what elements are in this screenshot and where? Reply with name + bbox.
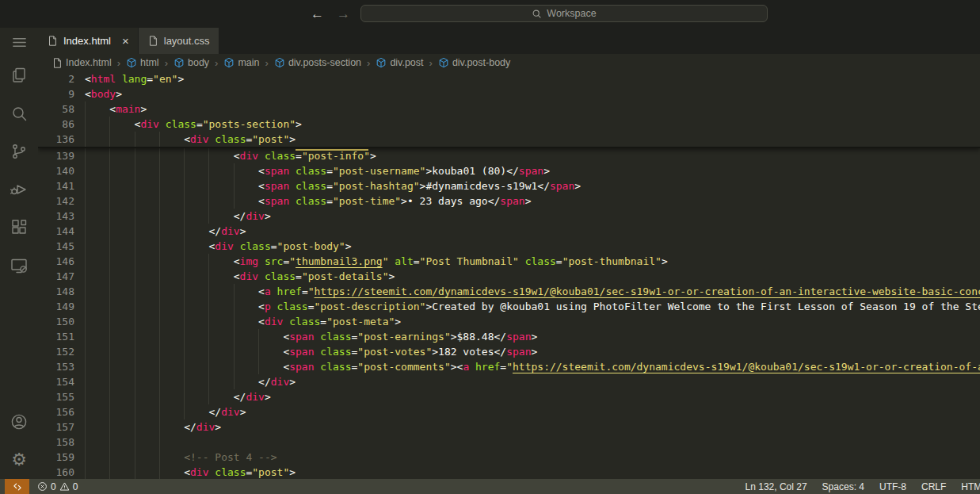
code-line[interactable]: 159<!-- Post 4 -->: [38, 450, 980, 465]
code-line[interactable]: 147<div class="post-details">: [38, 269, 980, 284]
sticky-line[interactable]: 136<div class="post">: [38, 132, 980, 147]
line-number[interactable]: 149: [38, 299, 74, 314]
indent-guide: [184, 284, 208, 299]
breadcrumb-symbol-div-posts-section[interactable]: div.posts-section: [274, 57, 361, 68]
forward-arrow-icon[interactable]: →: [337, 6, 350, 22]
indent-guide: [85, 254, 109, 269]
run-and-debug-icon[interactable]: [0, 170, 38, 209]
indent-guide: [135, 299, 159, 314]
code-line[interactable]: 148<a href="https://steemit.com/dynamicd…: [38, 284, 980, 299]
line-number[interactable]: 160: [38, 465, 74, 479]
line-number[interactable]: 58: [38, 101, 74, 117]
breadcrumb-symbol-html[interactable]: html: [126, 57, 159, 68]
line-number[interactable]: 159: [38, 450, 74, 465]
line-number[interactable]: 152: [38, 344, 74, 359]
menu-icon[interactable]: [0, 28, 38, 56]
line-number[interactable]: 142: [38, 193, 74, 209]
code-line[interactable]: 150<div class="post-meta">: [38, 314, 980, 329]
line-number[interactable]: 145: [38, 239, 74, 254]
line-number[interactable]: 141: [38, 178, 74, 193]
line-number[interactable]: 147: [38, 269, 74, 284]
command-center-search[interactable]: Workspace: [360, 5, 768, 22]
indent-guide: [109, 148, 134, 163]
code-line[interactable]: 151<span class="post-earnings">$88.48</s…: [38, 329, 980, 344]
code-line[interactable]: 139<div class="post-info">: [38, 148, 980, 163]
indent-guide: [135, 314, 159, 329]
back-arrow-icon[interactable]: ←: [311, 6, 324, 22]
code-line[interactable]: 160<div class="post">: [38, 465, 980, 479]
line-number[interactable]: 153: [38, 359, 74, 374]
line-number[interactable]: 154: [38, 374, 74, 389]
tab-layout-css[interactable]: layout.css: [139, 28, 219, 54]
code-line[interactable]: 156</div>: [38, 404, 980, 419]
indent-guide: [234, 299, 258, 314]
language-mode[interactable]: HTML: [961, 481, 980, 492]
indent-guide: [184, 374, 208, 389]
code-line[interactable]: 157</div>: [38, 419, 980, 435]
source-control-icon[interactable]: [0, 132, 38, 170]
indent-guide: [135, 178, 159, 193]
indent-guide: [184, 148, 208, 163]
line-number[interactable]: 86: [38, 117, 74, 132]
indent-guide: [159, 209, 184, 224]
code-line[interactable]: 149<p class="post-description">Created b…: [38, 299, 980, 314]
sticky-line[interactable]: 2<html lang="en">: [38, 71, 980, 86]
indent-guide: [135, 389, 159, 404]
code-line[interactable]: 142<span class="post-time">• 23 days ago…: [38, 193, 980, 209]
remote-indicator[interactable]: [5, 479, 29, 494]
code-line[interactable]: 140<span class="post-username">kouba01 (…: [38, 163, 980, 178]
line-number[interactable]: 156: [38, 404, 74, 419]
line-number[interactable]: 155: [38, 389, 74, 404]
line-number[interactable]: 9: [38, 86, 74, 101]
error-icon: [37, 481, 48, 492]
breadcrumb-symbol-div-post-body[interactable]: div.post-body: [438, 57, 510, 68]
sticky-line[interactable]: 58<main>: [38, 101, 980, 117]
sticky-line[interactable]: 86<div class="posts-section">: [38, 117, 980, 132]
breadcrumb-symbol-main[interactable]: main: [223, 57, 259, 68]
code-line[interactable]: 146<img src="thumbnail3.png" alt="Post T…: [38, 254, 980, 269]
line-number[interactable]: 151: [38, 329, 74, 344]
extensions-icon[interactable]: [0, 209, 38, 247]
settings-icon[interactable]: ⚙: [0, 441, 38, 479]
breadcrumb-file[interactable]: Index.html: [51, 57, 112, 69]
code-line[interactable]: 144</div>: [38, 224, 980, 239]
eol-setting[interactable]: CRLF: [921, 481, 946, 492]
indent-guide: [208, 148, 233, 163]
line-number[interactable]: 139: [38, 148, 74, 163]
breadcrumb-symbol-body[interactable]: body: [174, 57, 209, 68]
code-line[interactable]: 153<span class="post-comments"><a href="…: [38, 359, 980, 374]
line-number[interactable]: 140: [38, 163, 74, 178]
indentation-setting[interactable]: Spaces: 4: [822, 481, 864, 492]
line-number[interactable]: 157: [38, 419, 74, 435]
code-line[interactable]: 158: [38, 435, 980, 450]
breadcrumb-symbol-div-post[interactable]: div.post: [376, 57, 423, 68]
close-icon[interactable]: ×: [122, 35, 129, 47]
code-line[interactable]: 141<span class="post-hashtag">#dynamicde…: [38, 178, 980, 193]
sticky-line[interactable]: 9<body>: [38, 86, 980, 101]
code-text: [74, 435, 184, 450]
line-number[interactable]: 158: [38, 435, 74, 450]
line-number[interactable]: 146: [38, 254, 74, 269]
line-number[interactable]: 150: [38, 314, 74, 329]
line-number[interactable]: 136: [38, 132, 74, 147]
encoding-setting[interactable]: UTF-8: [879, 481, 906, 492]
explorer-icon[interactable]: [0, 56, 38, 94]
code-line[interactable]: 155</div>: [38, 389, 980, 404]
nav-history: ← →: [311, 0, 350, 28]
code-line[interactable]: 152<span class="post-votes">182 votes</s…: [38, 344, 980, 359]
line-number[interactable]: 2: [38, 71, 74, 86]
line-number[interactable]: 143: [38, 209, 74, 224]
tab-index-html[interactable]: Index.html×: [38, 28, 138, 54]
problems-indicator[interactable]: 0 0: [37, 481, 78, 492]
accounts-icon[interactable]: [0, 403, 38, 441]
code-line[interactable]: 145<div class="post-body">: [38, 239, 980, 254]
search-icon[interactable]: [0, 94, 38, 132]
code-line[interactable]: 143</div>: [38, 209, 980, 224]
indent-guide: [208, 254, 233, 269]
cursor-position[interactable]: Ln 132, Col 27: [745, 481, 807, 492]
line-number[interactable]: 148: [38, 284, 74, 299]
code-line[interactable]: 154</div>: [38, 374, 980, 389]
line-number[interactable]: 144: [38, 224, 74, 239]
editor[interactable]: 2<html lang="en">9<body>58<main>86<div c…: [38, 71, 980, 479]
remote-explorer-icon[interactable]: [0, 247, 38, 285]
